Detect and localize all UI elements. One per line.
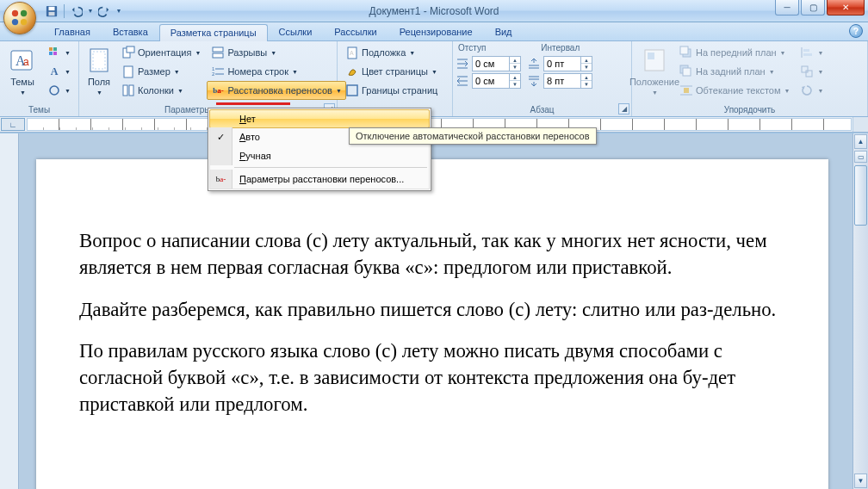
svg-rect-11 — [53, 47, 57, 51]
minimize-button[interactable]: ─ — [775, 0, 799, 15]
rotate-button[interactable]: ▼ — [796, 81, 828, 100]
group-button[interactable]: ▼ — [796, 62, 828, 81]
space-before-spinner[interactable]: ▲▼ — [543, 56, 592, 71]
paragraph-launcher[interactable]: ◢ — [618, 103, 629, 115]
hyphen-options-item[interactable]: ba- Параметры расстановки переносов... — [210, 170, 429, 189]
svg-rect-18 — [127, 46, 134, 53]
hyphenation-button[interactable]: ba-Расстановка переносов▼ — [207, 81, 345, 100]
tab-selector[interactable]: ∟ — [1, 118, 25, 131]
theme-colors-button[interactable]: ▼ — [43, 43, 75, 62]
align-button[interactable]: ▼ — [796, 43, 828, 62]
qat-separator — [64, 4, 65, 18]
svg-point-0 — [12, 10, 18, 16]
tab-view[interactable]: Вид — [484, 23, 524, 40]
space-after-spinner[interactable]: ▲▼ — [543, 73, 592, 89]
tab-page-layout[interactable]: Разметка страницы — [159, 24, 268, 41]
svg-text:2: 2 — [212, 71, 215, 77]
page-borders-button[interactable]: Границы страниц — [341, 81, 442, 100]
hyphen-options-label: араметры расстановки переносов... — [246, 174, 404, 184]
spin-down[interactable]: ▼ — [510, 64, 520, 71]
page-color-button[interactable]: Цвет страницы▼ — [341, 62, 442, 81]
spin-down[interactable]: ▼ — [510, 81, 520, 88]
hyphen-manual-item[interactable]: Ручная — [210, 146, 429, 165]
annotation-underline — [216, 102, 290, 105]
vertical-scrollbar[interactable]: ▲ ▭ ▼ — [852, 133, 868, 489]
indent-right-spinner[interactable]: ▲▼ — [472, 73, 521, 89]
position-button[interactable]: Положение▼ — [636, 43, 673, 99]
line-numbers-button[interactable]: 12Номера строк▼ — [207, 62, 345, 81]
scroll-up-button[interactable]: ▲ — [854, 134, 867, 149]
line-numbers-label: Номера строк — [227, 66, 288, 77]
space-after-input[interactable] — [544, 76, 580, 86]
document-page[interactable]: Вопрос о написании слова (с) лету актуал… — [36, 159, 828, 489]
qat-redo-icon[interactable] — [96, 3, 113, 20]
spin-up[interactable]: ▲ — [510, 57, 520, 64]
tab-review[interactable]: Рецензирование — [388, 23, 484, 40]
bring-front-button[interactable]: На передний план▼ — [675, 43, 794, 62]
hotkey: А — [239, 132, 245, 142]
qat-undo-icon[interactable] — [68, 3, 85, 20]
theme-fonts-button[interactable]: A▼ — [43, 62, 75, 81]
close-button[interactable]: ✕ — [827, 0, 865, 15]
scroll-down-button[interactable]: ▼ — [854, 474, 867, 488]
page-borders-icon — [345, 84, 359, 97]
indent-left-spinner[interactable]: ▲▼ — [472, 56, 521, 71]
scroll-thumb[interactable] — [854, 165, 867, 226]
maximize-button[interactable]: ▢ — [801, 0, 825, 15]
qat-customize-dd[interactable]: ▼ — [115, 3, 123, 20]
columns-label: Колонки — [138, 85, 174, 96]
indent-right-input[interactable] — [473, 76, 509, 86]
orientation-button[interactable]: Ориентация▼ — [117, 43, 205, 62]
svg-rect-12 — [49, 52, 53, 55]
columns-icon — [121, 84, 135, 97]
hyphenation-menu: Нет ✓ Авто Ручная ba- Параметры расстано… — [208, 108, 431, 191]
ruler-toggle-button[interactable]: ▭ — [854, 151, 867, 163]
breaks-icon — [211, 46, 225, 59]
orientation-label: Ориентация — [138, 47, 191, 58]
space-before-input[interactable] — [544, 59, 580, 69]
spin-down[interactable]: ▼ — [581, 81, 592, 88]
size-button[interactable]: Размер▼ — [117, 62, 205, 81]
paragraph-2[interactable]: Давайте разберемся, как правильно пишетс… — [79, 297, 785, 324]
margins-button[interactable]: Поля▼ — [83, 43, 115, 99]
text-wrap-button[interactable]: Обтекание текстом▼ — [675, 81, 794, 100]
margins-icon — [85, 46, 113, 74]
help-icon[interactable]: ? — [849, 24, 863, 38]
paragraph-1[interactable]: Вопрос о написании слова (с) лету актуал… — [79, 228, 785, 282]
theme-effects-button[interactable]: ▼ — [43, 81, 75, 100]
menu-separator — [234, 167, 427, 168]
tab-references[interactable]: Ссылки — [268, 23, 324, 40]
breaks-label: Разрывы — [227, 47, 267, 58]
send-back-button[interactable]: На задний план▼ — [675, 62, 794, 81]
indent-header: Отступ — [458, 43, 486, 53]
indent-right-icon — [456, 75, 468, 87]
tab-mailings[interactable]: Рассылки — [323, 23, 388, 40]
paragraph-3[interactable]: По правилам русского языка слово (с) лет… — [79, 338, 785, 418]
align-icon — [800, 46, 814, 59]
svg-rect-50 — [803, 53, 812, 56]
indent-left-input[interactable] — [473, 59, 509, 69]
office-button[interactable] — [3, 2, 36, 34]
tab-home[interactable]: Главная — [43, 23, 102, 40]
svg-rect-42 — [680, 46, 688, 54]
indent-left-icon — [456, 58, 468, 70]
bring-front-label: На передний план — [696, 47, 777, 58]
hyphen-none-item[interactable]: Нет — [209, 109, 430, 128]
wrap-icon — [679, 84, 693, 97]
spin-up[interactable]: ▲ — [581, 74, 592, 81]
vertical-ruler[interactable] — [0, 133, 19, 489]
themes-button[interactable]: Aa Темы ▼ — [3, 43, 41, 99]
qat-undo-dd[interactable]: ▼ — [87, 3, 94, 20]
tab-insert[interactable]: Вставка — [102, 23, 159, 40]
spin-up[interactable]: ▲ — [510, 74, 520, 81]
spin-down[interactable]: ▼ — [581, 64, 592, 71]
breaks-button[interactable]: Разрывы▼ — [207, 43, 345, 62]
qat-save-icon[interactable] — [43, 3, 60, 20]
watermark-button[interactable]: AПодложка▼ — [341, 43, 442, 62]
window-title: Документ1 - Microsoft Word — [0, 5, 868, 17]
spin-up[interactable]: ▲ — [581, 57, 592, 64]
columns-button[interactable]: Колонки▼ — [117, 81, 205, 100]
svg-point-3 — [21, 19, 27, 25]
scroll-track[interactable] — [853, 164, 868, 473]
svg-point-1 — [21, 10, 27, 16]
